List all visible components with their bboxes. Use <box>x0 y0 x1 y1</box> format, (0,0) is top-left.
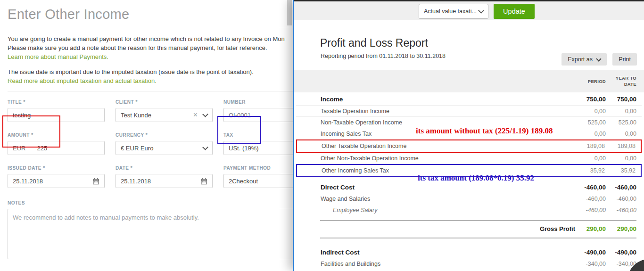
red-annotation-box: Other Taxable Operation Income 189,08 18… <box>296 140 642 153</box>
column-header-year-to-date: YEAR TO DATE <box>606 75 636 87</box>
form-divider <box>8 91 293 91</box>
ytd-value: 525,00 <box>606 119 636 126</box>
notes-textarea[interactable] <box>8 209 293 259</box>
payment-method-select[interactable]: 2Checkout <box>223 174 293 188</box>
profit-loss-report-panel: Actual value taxati... Update Profit and… <box>293 0 644 271</box>
tax-field: TAX USt. (19%) <box>223 132 293 155</box>
date-picker[interactable]: 25.11.2018 <box>116 174 213 188</box>
amount-label: AMOUNT * <box>8 132 105 138</box>
table-row: Income 750,00 750,00 <box>296 93 642 106</box>
enter-other-income-panel: Enter Other Income You are going to crea… <box>0 0 293 271</box>
row-label: Other Incoming Sales Tax <box>322 167 574 174</box>
table-row: Facilities and Buildings -340,00 -340,00 <box>296 258 642 270</box>
row-label: Gross Profit <box>321 225 575 232</box>
table-row: Taxable Operation Income 0,00 0,00 <box>296 106 642 117</box>
issued-date-value: 25.11.2018 <box>13 178 89 185</box>
row-label: Facilities and Buildings <box>321 261 575 267</box>
client-select[interactable]: Test Kunde × <box>116 108 213 122</box>
issued-date-picker[interactable]: 25.11.2018 <box>8 174 105 188</box>
chevron-down-icon <box>478 8 484 14</box>
page-title: Enter Other Income <box>8 7 285 22</box>
intro-line-2: Please make sure you add a note about th… <box>8 44 267 51</box>
table-row: Other Non-Taxable Operation Income 0,00 … <box>296 153 642 164</box>
period-value: -460,00 <box>575 196 606 202</box>
row-label: Non-Taxable Operation Income <box>321 119 575 126</box>
ytd-value: 0,00 <box>606 131 636 137</box>
update-button[interactable]: Update <box>494 4 535 19</box>
notes-label: NOTES <box>8 200 285 205</box>
row-label: Income <box>321 96 575 103</box>
period-value: 35,92 <box>574 167 605 174</box>
currency-label: CURRENCY * <box>116 132 213 138</box>
ytd-value: 750,00 <box>606 96 636 103</box>
column-header-period: PERIOD <box>575 79 606 84</box>
ytd-value: -460,00 <box>606 207 636 214</box>
currency-select[interactable]: € EUR Euro <box>116 141 213 155</box>
calendar-icon <box>200 178 207 185</box>
intro-line-3: The issue date is important due to the i… <box>8 68 254 75</box>
notes-field: NOTES <box>8 200 285 261</box>
export-as-button[interactable]: Export as <box>561 53 607 66</box>
row-label: Employee Salary <box>321 207 575 214</box>
amount-currency-prefix: EUR <box>13 145 25 152</box>
period-value: -460,00 <box>575 184 606 191</box>
issued-date-field: ISSUED DATE * 25.11.2018 <box>8 165 105 188</box>
report-toolbar: Actual value taxati... Update <box>294 0 644 20</box>
report-title: Profit and Loss Report <box>320 37 644 49</box>
currency-value: € EUR Euro <box>121 145 203 152</box>
blue-annotation-text: its tax amount (189.08*0.19) 35.92 <box>418 173 534 183</box>
date-label: DATE * <box>116 165 213 171</box>
title-field: TITLE * <box>8 99 105 122</box>
payment-method-field: PAYMENT METHOD 2Checkout <box>223 165 293 188</box>
intro-paragraph-2: The issue date is important due to the i… <box>8 67 285 85</box>
currency-field: CURRENCY * € EUR Euro <box>116 132 213 155</box>
ytd-value: 290,00 <box>606 225 636 232</box>
print-button[interactable]: Print <box>612 53 637 66</box>
print-label: Print <box>619 56 631 63</box>
title-label: TITLE * <box>8 99 105 105</box>
red-annotation-text: its amount without tax (225/1.19) 189.08 <box>416 126 553 136</box>
report-table-header: PERIOD YEAR TO DATE <box>294 70 644 92</box>
client-field: CLIENT * Test Kunde × <box>116 99 213 122</box>
row-label: Indirect Cost <box>321 249 575 256</box>
chevron-down-icon <box>596 56 601 61</box>
period-value: -460,00 <box>575 207 606 214</box>
tax-select[interactable]: USt. (19%) <box>223 141 293 155</box>
title-input[interactable] <box>13 112 99 119</box>
ytd-value: -460,00 <box>606 196 636 202</box>
clear-icon[interactable]: × <box>193 111 198 119</box>
number-label: NUMBER <box>223 99 293 105</box>
row-label: Wage and Salaries <box>321 196 575 202</box>
ytd-value: 189,08 <box>605 143 636 149</box>
period-value: 0,00 <box>575 108 606 115</box>
number-input <box>229 112 293 119</box>
ytd-value: 35,92 <box>605 167 636 174</box>
period-value: 290,00 <box>575 225 606 232</box>
manual-payments-link[interactable]: Learn more about manual Payments. <box>8 53 108 60</box>
chevron-down-icon <box>202 111 208 117</box>
number-field: NUMBER <box>223 99 293 122</box>
other-income-form: TITLE * CLIENT * Test Kunde × NUMBER AMO… <box>8 99 293 188</box>
client-value: Test Kunde <box>121 112 193 119</box>
calendar-icon <box>92 178 99 185</box>
ytd-value: -460,00 <box>606 184 636 191</box>
ytd-value: 0,00 <box>606 155 636 162</box>
period-value: 0,00 <box>575 155 606 162</box>
chevron-down-icon <box>202 144 208 150</box>
title-divider <box>8 28 293 28</box>
period-value: 750,00 <box>575 96 606 103</box>
tax-label: TAX <box>223 132 293 138</box>
client-label: CLIENT * <box>116 99 213 105</box>
intro-paragraph-1: You are going to create a manual payment… <box>8 34 285 61</box>
row-label: Other Non-Taxable Operation Income <box>321 155 575 162</box>
scrollbar-thumb[interactable] <box>287 0 292 25</box>
intro-line-1: You are going to create a manual payment… <box>8 35 285 42</box>
period-value: 0,00 <box>575 131 606 137</box>
period-value: -490,00 <box>575 249 606 256</box>
date-field: DATE * 25.11.2018 <box>116 165 213 188</box>
taxation-mode-select[interactable]: Actual value taxati... <box>419 4 488 19</box>
amount-input[interactable] <box>37 145 99 152</box>
period-value: 525,00 <box>575 119 606 126</box>
imputed-taxation-link[interactable]: Read more about imputed taxation and act… <box>8 77 157 84</box>
table-row: Other Taxable Operation Income 189,08 18… <box>297 140 641 152</box>
